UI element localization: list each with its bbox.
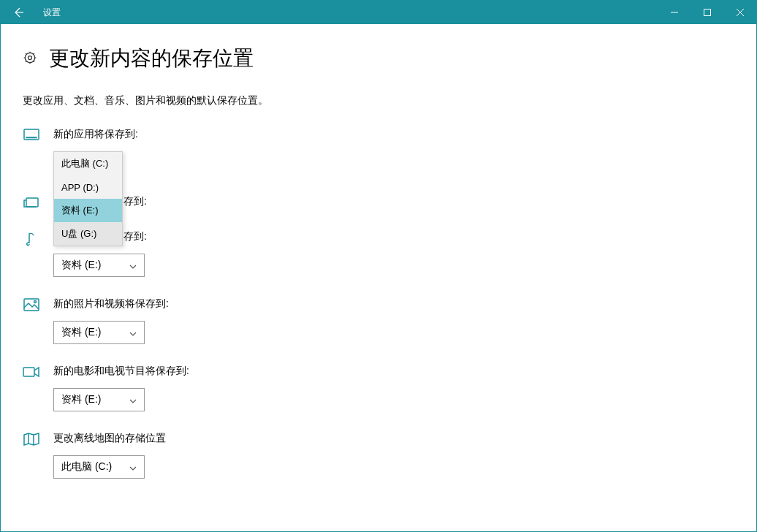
minimize-button[interactable] <box>658 1 691 24</box>
setting-documents-label: 存到: <box>53 195 734 208</box>
dropdown-option-e[interactable]: 资料 (E:) <box>54 199 122 222</box>
movies-dropdown[interactable]: 资料 (E:) <box>53 388 145 411</box>
svg-rect-7 <box>33 137 34 138</box>
dropdown-option-c[interactable]: 此电脑 (C:) <box>54 152 122 175</box>
setting-photos: 新的照片和视频将保存到: 资料 (E:) <box>23 297 734 344</box>
dropdown-option-g[interactable]: U盘 (G:) <box>54 222 122 246</box>
svg-rect-8 <box>35 137 37 138</box>
svg-rect-5 <box>28 137 30 138</box>
chevron-down-icon <box>129 461 137 473</box>
setting-apps-label: 新的应用将保存到: <box>53 128 734 141</box>
setting-photos-label: 新的照片和视频将保存到: <box>53 297 734 311</box>
maps-icon <box>23 430 40 448</box>
back-button[interactable] <box>1 1 36 24</box>
chevron-down-icon <box>129 394 137 406</box>
chevron-down-icon <box>129 259 137 271</box>
svg-point-2 <box>25 53 34 62</box>
dropdown-option-d[interactable]: APP (D:) <box>54 175 122 199</box>
window-controls <box>658 1 756 24</box>
content-area: 更改新内容的保存位置 更改应用、文档、音乐、图片和视频的默认保存位置。 新的应用… <box>1 24 756 521</box>
setting-documents: 存到: <box>23 195 734 218</box>
svg-rect-9 <box>26 198 38 207</box>
svg-point-1 <box>28 56 32 59</box>
svg-rect-12 <box>23 368 34 376</box>
chevron-down-icon <box>129 327 137 338</box>
photos-dropdown[interactable]: 资料 (E:) <box>53 321 145 344</box>
close-button[interactable] <box>723 1 756 24</box>
page-title: 更改新内容的保存位置 <box>49 45 254 72</box>
movies-icon <box>23 363 40 381</box>
titlebar: 设置 <box>1 1 756 24</box>
arrow-left-icon <box>12 7 24 18</box>
svg-point-11 <box>34 301 37 303</box>
maps-dropdown[interactable]: 此电脑 (C:) <box>53 455 145 479</box>
maximize-icon <box>704 9 711 16</box>
photos-dropdown-value: 资料 (E:) <box>61 326 101 339</box>
setting-movies-label: 新的电影和电视节目将保存到: <box>53 365 734 378</box>
music-dropdown[interactable]: 资料 (E:) <box>53 254 145 277</box>
documents-icon <box>23 194 40 211</box>
setting-maps-label: 更改离线地图的存储位置 <box>53 432 734 445</box>
gear-icon <box>23 50 37 67</box>
maps-dropdown-value: 此电脑 (C:) <box>61 460 112 474</box>
music-icon <box>23 230 40 248</box>
page-subtitle: 更改应用、文档、音乐、图片和视频的默认保存位置。 <box>23 94 734 107</box>
movies-dropdown-value: 资料 (E:) <box>61 393 101 406</box>
setting-movies: 新的电影和电视节目将保存到: 资料 (E:) <box>23 365 734 411</box>
setting-music-label: 存到: <box>53 230 734 243</box>
svg-rect-4 <box>26 137 28 138</box>
setting-music: 存到: 资料 (E:) <box>23 232 734 277</box>
setting-maps: 更改离线地图的存储位置 此电脑 (C:) <box>23 432 734 479</box>
maximize-button[interactable] <box>691 1 723 24</box>
svg-rect-0 <box>704 10 710 16</box>
photos-icon <box>23 296 40 314</box>
apps-dropdown-list: 此电脑 (C:) APP (D:) 资料 (E:) U盘 (G:) <box>53 151 123 246</box>
apps-icon <box>23 126 40 144</box>
window-title: 设置 <box>36 1 61 24</box>
svg-rect-6 <box>31 137 32 138</box>
minimize-icon <box>671 9 678 16</box>
close-icon <box>737 9 744 16</box>
setting-apps: 新的应用将保存到: APP (D:) 此电脑 (C:) APP (D:) 资料 … <box>23 128 734 175</box>
music-dropdown-value: 资料 (E:) <box>61 259 101 272</box>
page-header: 更改新内容的保存位置 <box>23 45 734 72</box>
